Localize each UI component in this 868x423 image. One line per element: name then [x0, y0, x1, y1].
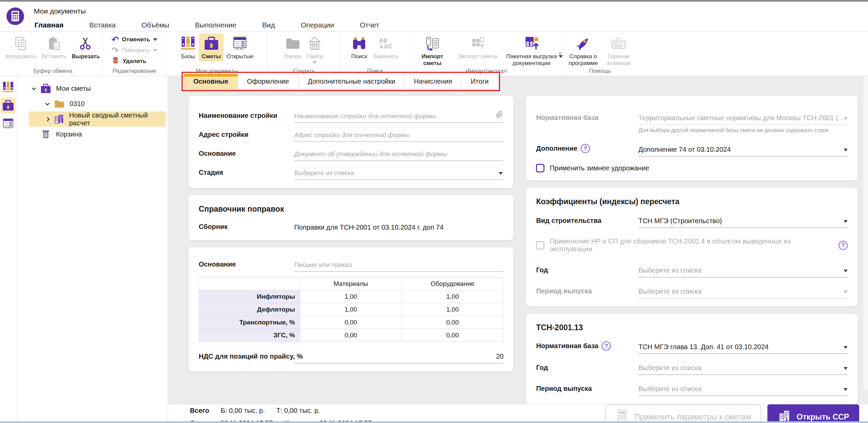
app-window: Мои документы Главная Вставка Объёмы Вып… [0, 0, 868, 423]
tsn13-base-dropdown-caret[interactable] [844, 346, 848, 351]
tree-item-trash[interactable]: Корзина [17, 127, 168, 142]
briefcase-icon [203, 35, 220, 52]
tsn13-base-select[interactable]: ТСН МГЭ глава 13. Доп. 41 от 03.10.2024 [638, 342, 848, 354]
help-question-icon[interactable]: ? [602, 341, 611, 351]
import-estimate-button[interactable]: Импорт сметы [411, 34, 453, 68]
create-folder-button[interactable]: Папка [282, 34, 303, 61]
estimates-button[interactable]: Сметы [199, 34, 224, 61]
year-select[interactable]: Выберите из списка [638, 265, 848, 277]
menu-vypolnenie[interactable]: Выполнение [194, 20, 237, 32]
menu-obyomy[interactable]: Объёмы [141, 20, 170, 32]
construction-name-label: Наименование стройки [199, 112, 294, 123]
cut-button[interactable]: Вырезать [69, 34, 103, 61]
briefcase-icon [39, 83, 53, 94]
paste-button[interactable]: Вставить [39, 34, 69, 61]
period-select[interactable]: Выберите из списка [638, 286, 848, 298]
folder-icon [53, 98, 66, 110]
search-button[interactable]: Поиск [348, 34, 370, 61]
coefficients-title: Коэффициенты (индексы) пересчета [536, 197, 848, 206]
menu-otchet[interactable]: Отчет [359, 20, 380, 32]
tab-dop-nastroyki[interactable]: Дополнительные настройки [298, 74, 405, 89]
redo-button[interactable]: ↷ Повторить [110, 46, 159, 55]
folder-icon [285, 35, 301, 52]
construction-type-select[interactable]: ТСН МГЭ (Строительство) [638, 216, 848, 228]
approval-doc-label: Основание [199, 150, 294, 161]
basis-input[interactable]: Письмо или приказ [294, 259, 503, 272]
normbase-dropdown-caret[interactable] [844, 117, 848, 122]
mini-bases-button[interactable] [1, 80, 16, 95]
group-label-help: Помощь [563, 68, 637, 75]
construction-name-input[interactable]: Наименование стройки для отчетной формы [294, 110, 503, 123]
app-logo-icon [6, 7, 25, 26]
delete-button[interactable]: Удалить [110, 57, 159, 66]
stage-select[interactable]: Выберите из списка [294, 168, 503, 180]
winter-costs-checkbox[interactable] [536, 164, 544, 172]
mini-opened-button[interactable] [1, 116, 16, 132]
batch-export-icon [523, 35, 540, 52]
construction-address-placeholder: Адрес стройки для отчетной формы [294, 131, 409, 139]
redo-dropdown-caret[interactable] [153, 49, 157, 54]
tree-item-label: Новый сводный сметный расчет [69, 111, 166, 127]
copy-icon [13, 35, 29, 52]
tab-oformlenie[interactable]: Оформление [237, 74, 298, 89]
card-indices: Основание Письмо или приказ Материалы Об… [188, 247, 514, 372]
tsn13-period-select[interactable]: Выберите из списка [638, 384, 848, 396]
table-row: Дефляторы 1,00 1,00 [199, 303, 503, 316]
corrections-title: Справочник поправок [199, 205, 503, 214]
chevron-down-icon[interactable] [42, 101, 53, 107]
stage-dropdown-caret[interactable] [499, 172, 503, 177]
bases-button[interactable]: Базы [177, 34, 199, 61]
period-label: Период выпуска [536, 287, 638, 298]
replace-button[interactable]: AB↳AC Заменить [370, 34, 401, 61]
addition-dropdown-caret[interactable] [844, 149, 848, 153]
export-estimate-button[interactable]: Экспорт сметы [453, 34, 501, 61]
copy-button[interactable]: Копировать [3, 34, 39, 61]
tree-item-my-estimates[interactable]: Мои сметы [17, 81, 168, 96]
undo-dropdown-caret[interactable] [153, 38, 157, 43]
nr-sp-checkbox[interactable] [536, 241, 544, 250]
create-estimate-button[interactable]: Смета [304, 34, 326, 67]
construction-address-input[interactable]: Адрес стройки для отчетной формы [294, 130, 503, 142]
chevron-down-icon[interactable] [29, 86, 39, 92]
vertical-scrollbar[interactable] [863, 76, 868, 389]
menu-operacii[interactable]: Операции [300, 20, 335, 32]
normbase-select[interactable]: Территориальные сметные нормативы для Мо… [638, 113, 848, 125]
construction-type-dropdown-caret[interactable] [844, 220, 848, 225]
tsn13-year-dropdown-caret[interactable] [844, 367, 848, 372]
addition-select[interactable]: Дополнение 74 от 03.10.2024 [638, 144, 848, 156]
batch-export-button[interactable]: Пакетная выгрузка документации [502, 34, 561, 68]
tree-item-0310[interactable]: 0310 [17, 96, 168, 111]
chevron-right-icon[interactable] [43, 116, 53, 122]
opened-button[interactable]: Открытые [224, 34, 256, 61]
hotkeys-button[interactable]: Горячие клавиши [602, 34, 636, 68]
undo-button[interactable]: ↶ Отменить [110, 35, 159, 44]
paperclip-icon[interactable] [495, 110, 503, 120]
apply-parameters-button[interactable]: Применить параметры к сметам [605, 404, 761, 423]
tsn13-period-dropdown-caret[interactable] [844, 388, 848, 393]
menu-glavnaya[interactable]: Главная [34, 20, 64, 32]
vat-input[interactable]: 20 [294, 351, 503, 363]
create-estimate-dropdown-caret[interactable] [313, 61, 317, 66]
approval-doc-input[interactable]: Документ об утверждении для отчетной фор… [294, 149, 503, 161]
basis-placeholder: Письмо или приказ [294, 261, 351, 269]
tab-osnovnye[interactable]: Основные [184, 74, 238, 89]
batch-export-dropdown-caret[interactable] [559, 55, 563, 60]
binoculars-icon [351, 35, 367, 52]
help-question-icon[interactable]: ? [581, 144, 590, 153]
tab-nachisleniya[interactable]: Начисления [405, 74, 462, 89]
mini-estimates-button[interactable] [1, 98, 16, 113]
help-question-icon[interactable]: ? [839, 241, 848, 250]
tsn13-year-select[interactable]: Выберите из списка [638, 363, 848, 375]
menu-vstavka[interactable]: Вставка [88, 20, 116, 32]
menu-vid[interactable]: Вид [262, 20, 276, 32]
open-ssr-button[interactable]: Открыть ССР [767, 404, 859, 423]
help-about-button[interactable]: Справка о программе [564, 34, 602, 68]
vat-label: НДС для позиций по прайсу, % [199, 353, 294, 363]
tree-item-new-summary-estimate[interactable]: Новый сводный сметный расчет [29, 111, 166, 127]
tab-itogi[interactable]: Итоги [461, 74, 498, 89]
card-recalc-coefficients: Коэффициенты (индексы) пересчета Вид стр… [526, 188, 858, 306]
year-dropdown-caret[interactable] [844, 270, 848, 274]
tsn13-base-label: Нормативная база ? [536, 341, 638, 354]
period-dropdown-caret[interactable] [844, 291, 848, 295]
keyboard-icon [611, 35, 626, 52]
